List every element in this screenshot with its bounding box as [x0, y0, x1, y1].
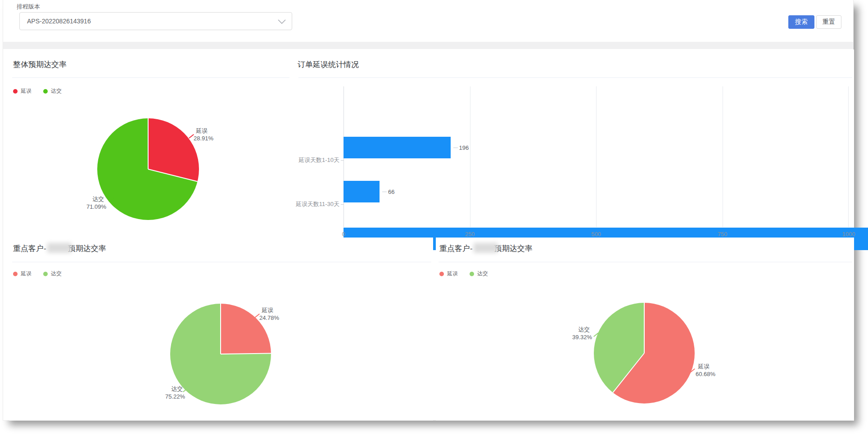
x-axis-tick-label: 0 [342, 231, 345, 238]
legend-label: 延误 [447, 270, 458, 278]
masked-customer-name [474, 243, 498, 253]
pie-legend: 延误 达交 [439, 270, 488, 278]
bar-delay-1-10[interactable] [344, 137, 451, 158]
category-label: 延误天数11-30天 [294, 200, 339, 208]
panel-title: 整体预期达交率 [13, 59, 67, 70]
x-axis-tick-label: 250 [465, 231, 475, 238]
panel-title: 订单延误统计情况 [298, 59, 359, 70]
reset-button[interactable]: 重置 [816, 15, 841, 29]
panel-title: 重点客户-预期达交率 [439, 243, 533, 254]
x-axis-tick-label: 500 [591, 231, 601, 238]
panel-overall-delivery-rate: 整体预期达交率 延误 达交 延误28.91% 达交71.09% [9, 49, 291, 238]
delivered-legend-dot-icon [470, 272, 474, 276]
pie-slice-label-delay: 延误24.78% [259, 306, 279, 322]
schedule-version-label: 排程版本 [17, 3, 40, 11]
category-label: 延误天数1-10天 [294, 156, 339, 164]
legend-item-delivered[interactable]: 达交 [470, 270, 488, 278]
legend-item-delivered[interactable]: 达交 [43, 270, 62, 278]
legend-label: 延误 [21, 270, 32, 278]
pie-slice-label-delivered: 达交75.22% [149, 385, 185, 400]
overall-pie-chart[interactable] [97, 118, 199, 220]
schedule-version-value: APS-20220826143916 [27, 18, 91, 25]
legend-label: 达交 [51, 270, 62, 278]
customer-b-pie-chart[interactable] [594, 303, 695, 404]
panel-key-customer-a: 重点客户-预期达交率 延误 达交 延误24.78% 达交75.22% [9, 238, 433, 421]
pie-slice-label-delivered: 达交71.09% [70, 195, 106, 211]
legend-label: 达交 [477, 270, 488, 278]
schedule-version-select[interactable]: APS-20220826143916 [19, 12, 292, 30]
delay-legend-dot-icon [439, 272, 444, 276]
bar-value-label: 196 [453, 144, 469, 151]
panel-divider [12, 77, 289, 78]
chevron-down-icon [277, 19, 286, 24]
pie-legend: 延误 达交 [13, 270, 62, 278]
pie-legend: 延误 达交 [13, 87, 62, 95]
bar-plot-area: 196 66 974 [344, 86, 849, 227]
panel-divider [298, 77, 852, 78]
legend-label: 达交 [51, 87, 62, 95]
section-separator [3, 42, 853, 49]
legend-item-delay[interactable]: 延误 [13, 270, 32, 278]
dashboard-root: { "filter_bar": { "label": "排程版本", "sele… [0, 0, 868, 435]
bar-row: 196 [344, 137, 868, 158]
delivered-legend-dot-icon [43, 272, 48, 276]
legend-item-delay[interactable]: 延误 [439, 270, 458, 278]
pie-slice-label-delay: 延误60.68% [696, 363, 715, 378]
page-card: 排程版本 APS-20220826143916 搜索 重置 整体预期达交率 延误… [3, 0, 854, 421]
legend-label: 延误 [21, 87, 32, 95]
panel-title: 重点客户-预期达交率 [13, 243, 106, 254]
bar-row: 66 [344, 181, 868, 202]
panel-order-delay-stats: 订单延误统计情况 延误天数1-10天 延误天数11-30天 达交 196 66 [296, 49, 854, 238]
legend-item-delay[interactable]: 延误 [13, 87, 32, 95]
x-axis-tick-label: 750 [718, 231, 728, 238]
pie-slice-label-delivered: 达交39.32% [556, 326, 592, 341]
legend-item-delivered[interactable]: 达交 [43, 87, 62, 95]
bar-value-label: 66 [382, 188, 394, 195]
panel-divider [12, 262, 431, 262]
panel-key-customer-b: 重点客户-预期达交率 延误 达交 达交39.32% 延误60.68% [436, 238, 854, 421]
search-button[interactable]: 搜索 [788, 15, 814, 29]
delay-legend-dot-icon [13, 272, 18, 276]
delay-legend-dot-icon [13, 89, 18, 94]
masked-customer-name [47, 243, 72, 253]
panel-divider [439, 262, 852, 262]
bar-delay-11-30[interactable] [344, 181, 380, 202]
x-axis-tick-label: 1000 [842, 231, 855, 238]
pie-slice-label-delay: 延误28.91% [194, 127, 213, 142]
delivered-legend-dot-icon [43, 89, 48, 94]
x-axis: 0 250 500 750 1000 [344, 231, 849, 238]
